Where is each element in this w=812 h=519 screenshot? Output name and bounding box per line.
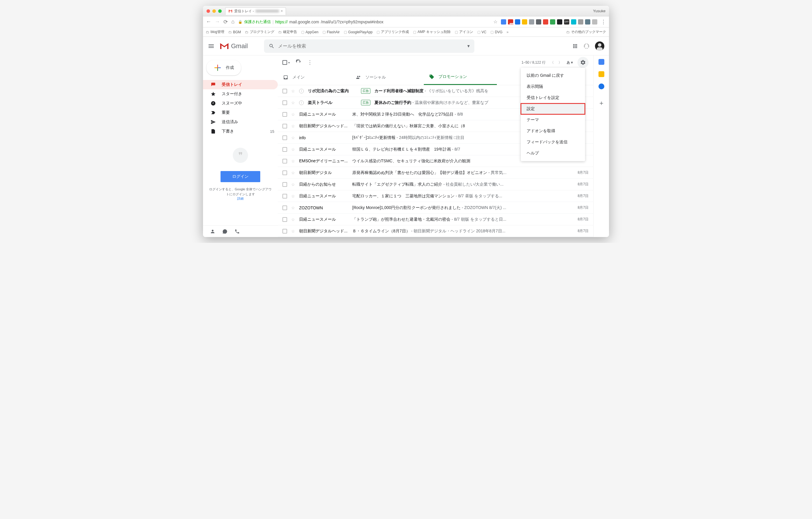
- message-row[interactable]: ☆日経ニュースメール「トランプ砲」が照準合わせた避暑地・北戴河の密会 - 8/7…: [278, 214, 593, 225]
- prev-page-icon[interactable]: 〈: [550, 60, 554, 65]
- star-icon[interactable]: ☆: [291, 229, 295, 234]
- message-row[interactable]: ☆日経ニュースメール宅配ロッカー、１家に１つ 三菱地所は完備マンション - 8/…: [278, 190, 593, 202]
- phone-icon[interactable]: [235, 229, 240, 234]
- bookmark-item[interactable]: ▢アプリリンク作成: [377, 29, 409, 34]
- extension-icon[interactable]: [557, 19, 562, 25]
- tab-inbox[interactable]: メイン: [278, 69, 351, 85]
- address-field[interactable]: 🔒 保護された通信 | https://mail.google.com/mail…: [238, 19, 490, 25]
- extension-icon[interactable]: [550, 19, 555, 25]
- hangouts-detail-link[interactable]: 詳細: [209, 196, 272, 201]
- message-row[interactable]: ☆朝日新聞デジタル原発再稼働認めぬ判決「書かせたのは愛国心」【朝デジ通信】オピニ…: [278, 167, 593, 179]
- extension-icon[interactable]: [529, 19, 534, 25]
- chrome-menu-icon[interactable]: ⋮: [601, 19, 606, 25]
- keep-app-icon[interactable]: [599, 71, 604, 77]
- message-checkbox[interactable]: [283, 182, 287, 187]
- star-icon[interactable]: ☆: [493, 19, 497, 25]
- message-checkbox[interactable]: [283, 229, 287, 234]
- close-window[interactable]: [206, 9, 210, 13]
- nav-item-clock[interactable]: スヌーズ中: [203, 99, 278, 108]
- message-checkbox[interactable]: [283, 112, 287, 117]
- message-checkbox[interactable]: [283, 217, 287, 222]
- next-page-icon[interactable]: 〉: [558, 60, 562, 65]
- select-dropdown-icon[interactable]: ▾: [288, 61, 290, 64]
- back-button[interactable]: ←: [206, 19, 211, 25]
- star-icon[interactable]: ☆: [291, 135, 295, 140]
- bookmark-item[interactable]: ▢DVG: [490, 30, 502, 34]
- bookmark-item[interactable]: ▢GooglePlayApp: [344, 30, 372, 34]
- bookmark-item[interactable]: 🗀確定申告: [278, 29, 297, 34]
- chrome-profile-name[interactable]: Yusuke: [593, 9, 606, 13]
- other-bookmarks[interactable]: 🗀その他のブックマーク: [567, 29, 606, 34]
- search-options-icon[interactable]: ▾: [467, 43, 470, 49]
- maximize-window[interactable]: [218, 9, 222, 13]
- hamburger-icon[interactable]: [208, 42, 215, 50]
- tab-tag[interactable]: プロモーション: [424, 69, 497, 85]
- message-checkbox[interactable]: [283, 171, 287, 175]
- extension-icon[interactable]: [515, 19, 520, 25]
- gmail-logo[interactable]: Gmail: [220, 42, 248, 50]
- search-input[interactable]: [278, 43, 464, 49]
- nav-item-send[interactable]: 送信済み: [203, 117, 278, 127]
- browser-tab[interactable]: 受信トレイ - ×: [225, 7, 286, 15]
- message-row[interactable]: ☆日経からのお知らせ転職サイト「エグゼクティブ転職」求人のご紹介 - 社会貢献し…: [278, 179, 593, 190]
- settings-menu-item[interactable]: テーマ: [521, 115, 585, 125]
- star-icon[interactable]: ☆: [291, 112, 295, 117]
- extension-icon[interactable]: [585, 19, 590, 25]
- forward-button[interactable]: →: [215, 19, 220, 25]
- nav-item-inbox[interactable]: 受信トレイ: [203, 80, 278, 89]
- minimize-window[interactable]: [212, 9, 216, 13]
- message-checkbox[interactable]: [283, 89, 287, 93]
- extension-icon[interactable]: [543, 19, 548, 25]
- bookmark-item[interactable]: 🗀プログラミング: [245, 29, 274, 34]
- message-row[interactable]: ☆ZOZOTOWN[Rocky Monroe]1,000円分の割引クーポンが発行…: [278, 202, 593, 214]
- extension-icon[interactable]: [522, 19, 527, 25]
- add-addon-icon[interactable]: ＋: [598, 99, 605, 108]
- bookmark-item[interactable]: 🗀blog管理: [206, 29, 224, 34]
- settings-menu-item[interactable]: 以前の Gmail に戻す: [521, 70, 585, 81]
- chat-icon[interactable]: [222, 229, 228, 234]
- calendar-app-icon[interactable]: [599, 59, 604, 65]
- message-checkbox[interactable]: [283, 194, 287, 199]
- compose-button[interactable]: 作成: [206, 60, 241, 75]
- extension-icon[interactable]: [501, 19, 506, 25]
- message-checkbox[interactable]: [283, 147, 287, 152]
- hangouts-login-button[interactable]: ログイン: [221, 171, 260, 182]
- tab-people[interactable]: ソーシャル: [351, 69, 424, 85]
- select-all-checkbox[interactable]: [283, 60, 287, 65]
- bookmark-item[interactable]: 🗀BGM: [228, 30, 241, 34]
- nav-item-important[interactable]: 重要: [203, 108, 278, 117]
- search-box[interactable]: ▾: [264, 39, 474, 53]
- extension-icon[interactable]: [571, 19, 576, 25]
- star-icon[interactable]: ☆: [291, 147, 295, 152]
- nav-item-draft[interactable]: 下書き15: [203, 127, 278, 136]
- message-checkbox[interactable]: [283, 124, 287, 128]
- bookmark-item[interactable]: ▢VC: [477, 30, 487, 34]
- nav-item-star[interactable]: スター付き: [203, 89, 278, 99]
- bookmark-item[interactable]: ▢AppGen: [301, 30, 318, 34]
- star-icon[interactable]: ☆: [291, 206, 295, 210]
- message-checkbox[interactable]: [283, 100, 287, 105]
- message-checkbox[interactable]: [283, 159, 287, 163]
- message-row[interactable]: ☆朝日新聞デジタルヘッド...８・６タイムライン（8月7日） - 朝日新聞デジタ…: [278, 225, 593, 237]
- extension-icon[interactable]: [578, 19, 583, 25]
- settings-menu-item[interactable]: ヘルプ: [521, 148, 585, 159]
- ad-info-icon[interactable]: i: [299, 89, 304, 93]
- tasks-app-icon[interactable]: [599, 84, 604, 89]
- settings-menu-item[interactable]: フィードバックを送信: [521, 136, 585, 148]
- close-tab-icon[interactable]: ×: [281, 9, 283, 13]
- star-icon[interactable]: ☆: [291, 100, 295, 105]
- star-icon[interactable]: ☆: [291, 124, 295, 128]
- message-checkbox[interactable]: [283, 206, 287, 210]
- star-icon[interactable]: ☆: [291, 182, 295, 187]
- refresh-icon[interactable]: [296, 60, 301, 65]
- star-icon[interactable]: ☆: [291, 159, 295, 163]
- message-checkbox[interactable]: [283, 135, 287, 140]
- star-icon[interactable]: ☆: [291, 194, 295, 199]
- extension-icon[interactable]: 311: [508, 19, 513, 25]
- more-icon[interactable]: ⋮: [307, 59, 313, 66]
- extension-icon[interactable]: [536, 19, 541, 25]
- notifications-icon[interactable]: [583, 43, 590, 49]
- settings-menu-item[interactable]: アドオンを取得: [521, 125, 585, 136]
- reload-button[interactable]: ⟳: [224, 19, 228, 25]
- ad-info-icon[interactable]: i: [299, 100, 304, 105]
